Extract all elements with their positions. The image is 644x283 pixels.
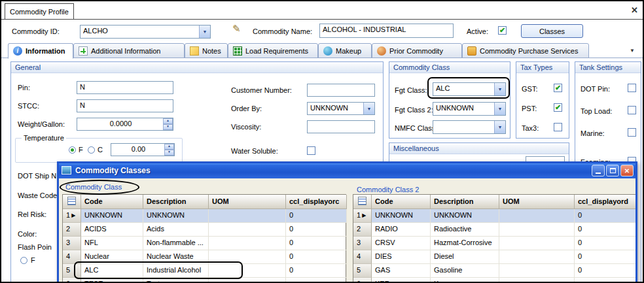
chevron-down-icon[interactable]: ▼ xyxy=(199,25,210,38)
table-row[interactable]: 4 DIES Diesel 0 xyxy=(353,250,636,264)
tab-makeup[interactable]: Makeup xyxy=(318,43,372,58)
dialog-titlebar[interactable]: Commodity Classes ✕ xyxy=(59,163,635,178)
chevron-down-icon[interactable]: ▼ xyxy=(494,103,505,115)
row-selector[interactable]: 1▶ xyxy=(353,209,372,223)
tab-load-requirements[interactable]: Load Requirements xyxy=(228,43,318,58)
sphere-icon xyxy=(323,46,332,56)
chevron-down-icon[interactable]: ▼ xyxy=(494,83,505,95)
spinner[interactable]: ▲▼ xyxy=(164,144,174,156)
table-row[interactable]: 6 TEST Test xyxy=(63,278,346,283)
spin-down-icon[interactable]: ▼ xyxy=(163,124,173,130)
column-header-uom[interactable]: UOM xyxy=(209,195,286,209)
water-soluble-checkbox[interactable] xyxy=(307,146,315,155)
spin-up-icon[interactable]: ▲ xyxy=(164,144,174,150)
row-selector[interactable]: 5 xyxy=(63,264,81,278)
column-header-description[interactable]: Description xyxy=(431,195,499,209)
chevron-down-icon[interactable]: ▼ xyxy=(363,103,374,114)
spin-down-icon[interactable]: ▼ xyxy=(164,150,174,156)
column-header-uom[interactable]: UOM xyxy=(499,195,575,209)
nmfc-class-combo[interactable]: ▼ xyxy=(433,120,506,134)
table-row-alc[interactable]: 5 ALC Industrial Alcohol 0 xyxy=(63,264,346,278)
pin-input[interactable]: N xyxy=(77,81,173,94)
minimize-button[interactable] xyxy=(592,165,605,176)
close-button[interactable]: ✕ xyxy=(620,165,634,176)
fgt-class2-label: Fgt Class 2: xyxy=(395,106,433,114)
tab-notes[interactable]: Notes xyxy=(185,43,228,58)
table-row[interactable]: 5 GAS Gasoline 0 xyxy=(353,264,636,278)
commodity-name-input[interactable]: ALCOHOL - INDUSTRIAL xyxy=(319,24,454,38)
minimize-icon xyxy=(596,173,601,174)
tax3-checkbox[interactable] xyxy=(554,123,562,131)
row-selector[interactable]: 4 xyxy=(63,250,81,264)
row-selector[interactable]: 5 xyxy=(353,264,372,278)
top-load-checkbox[interactable] xyxy=(628,106,636,114)
column-header-displayorder[interactable]: ccl_displayord xyxy=(575,195,636,209)
grid-corner-button[interactable] xyxy=(353,195,372,209)
column-header-displayorder[interactable]: ccl_displayorc xyxy=(286,195,347,209)
customer-number-input[interactable] xyxy=(307,84,375,97)
edit-pencil-icon[interactable]: ✎ xyxy=(232,23,241,35)
column-header-code[interactable]: Code xyxy=(372,195,431,209)
tab-commodity-purchase-services[interactable]: Commodity Purchase Services xyxy=(462,43,589,58)
fgt-class2-combo[interactable]: UNKNOWN ▼ xyxy=(433,102,506,116)
grid-corner-button[interactable] xyxy=(63,195,81,209)
table-row[interactable]: 2 RADIO Radioactive 0 xyxy=(353,223,636,237)
row-selector[interactable]: 3 xyxy=(353,237,372,250)
dot-pin-checkbox[interactable] xyxy=(628,84,636,92)
doc-tab-commodity-profile[interactable]: Commodity Profile xyxy=(5,3,74,20)
grid-properties-icon xyxy=(358,197,367,205)
order-by-combo[interactable]: UNKNOWN ▼ xyxy=(307,102,375,115)
chevron-down-icon[interactable]: ▼ xyxy=(494,121,505,133)
row-selector[interactable]: 6 xyxy=(353,278,372,283)
table-row[interactable]: 3 NFL Non-flammable ... 0 xyxy=(63,237,346,250)
column-header-description[interactable]: Description xyxy=(143,195,209,209)
commodity-class-section-label: Commodity Class xyxy=(65,183,122,191)
spinner[interactable]: ▲▼ xyxy=(163,118,173,130)
temperature-stepper[interactable]: 0.00 ▲▼ xyxy=(111,143,175,156)
table-row[interactable]: 1▶ UNKNOWN UNKNOWN 0 xyxy=(353,209,636,223)
row-selector[interactable]: 6 xyxy=(63,278,81,283)
active-checkbox[interactable]: ✔ xyxy=(498,26,507,35)
marine-checkbox[interactable] xyxy=(628,128,636,137)
row-selector[interactable]: 1▶ xyxy=(63,209,81,223)
table-row[interactable]: 2 ACIDS Acids 0 xyxy=(63,223,346,237)
row-number: 4 xyxy=(357,252,361,263)
cell-code: ACIDS xyxy=(81,223,143,237)
table-row[interactable]: 6 KER Kerosene xyxy=(353,278,636,283)
fgt-class-combo[interactable]: ALC ▼ xyxy=(433,82,506,96)
row-selector[interactable]: 4 xyxy=(353,250,372,264)
row-marker-icon: ▶ xyxy=(71,211,75,222)
row-number: 3 xyxy=(357,239,361,250)
row-selector[interactable]: 3 xyxy=(63,237,81,250)
tab-prior-commodity[interactable]: Prior Commodity xyxy=(372,43,462,58)
row-selector[interactable]: 2 xyxy=(63,223,81,237)
gst-checkbox[interactable]: ✔ xyxy=(554,84,562,92)
table-row[interactable]: 1▶ UNKNOWN UNKNOWN 0 xyxy=(63,209,346,223)
commodity-class-grid: Code Description UOM ccl_displayorc 1▶ U… xyxy=(62,194,346,283)
maximize-button[interactable] xyxy=(606,165,619,176)
stcc-input[interactable]: N xyxy=(77,99,173,112)
temp-f-radio[interactable] xyxy=(69,146,76,154)
classes-button[interactable]: Classes xyxy=(521,24,583,38)
cell-description: Acids xyxy=(143,223,209,237)
table-row[interactable]: 4 Nuclear Nuclear Waste 0 xyxy=(63,250,346,264)
table-row[interactable]: 3 CRSV Hazmat-Corrosive 0 xyxy=(353,237,636,250)
flash-f-radio[interactable] xyxy=(20,257,27,264)
tab-overflow-icon[interactable]: ▼ xyxy=(630,48,635,54)
spin-up-icon[interactable]: ▲ xyxy=(163,118,173,124)
commodity-id-combo[interactable]: ALCHO ▼ xyxy=(80,25,211,39)
viscosity-input[interactable] xyxy=(307,120,375,133)
weight-gallon-stepper[interactable]: 0.0000 ▲▼ xyxy=(77,118,173,131)
row-selector[interactable]: 2 xyxy=(353,223,372,237)
close-icon[interactable]: ✕ xyxy=(631,5,638,15)
cell-uom xyxy=(499,278,575,283)
pst-checkbox[interactable]: ✔ xyxy=(554,103,562,112)
tab-additional-information[interactable]: Additional Information xyxy=(73,43,185,58)
dot-ship-label: DOT Ship N xyxy=(18,172,56,180)
tab-information[interactable]: i Information xyxy=(8,43,73,59)
cell-displayorder: 0 xyxy=(286,223,347,237)
cell-displayorder: 0 xyxy=(575,209,636,223)
temp-c-radio[interactable] xyxy=(88,146,95,154)
commodity-id-label: Commodity ID: xyxy=(12,27,60,35)
column-header-code[interactable]: Code xyxy=(81,195,143,209)
